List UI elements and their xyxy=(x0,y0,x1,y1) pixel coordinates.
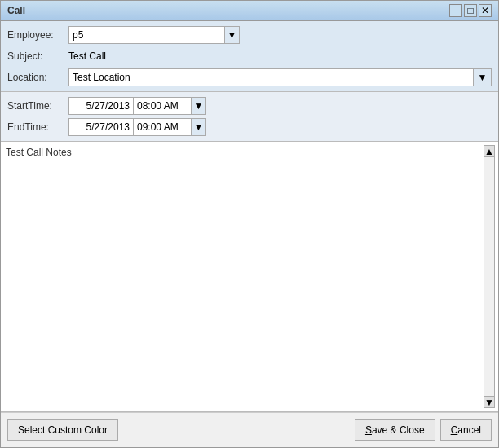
end-time-row: EndTime: ▼ xyxy=(7,118,492,136)
employee-label: Employee: xyxy=(7,29,68,41)
footer: Select Custom Color Save & Close Cancel xyxy=(1,412,498,447)
subject-label: Subject: xyxy=(7,51,68,62)
maximize-icon: □ xyxy=(467,5,473,16)
employee-dropdown-arrow[interactable]: ▼ xyxy=(224,27,239,43)
location-label: Location: xyxy=(7,72,68,83)
save-underline: S xyxy=(365,424,372,436)
scroll-up-icon: ▲ xyxy=(484,146,494,157)
notes-area: ▲ ▼ xyxy=(1,142,498,412)
scroll-down-icon: ▼ xyxy=(484,397,494,408)
cancel-label: Cancel xyxy=(451,424,481,436)
start-time-input[interactable] xyxy=(134,98,191,114)
datetime-area: StartTime: ▼ EndTime: ▼ xyxy=(1,92,498,142)
location-row: Location: ▼ xyxy=(7,68,492,86)
location-select-wrapper: ▼ xyxy=(68,68,492,86)
end-time-dropdown-arrow[interactable]: ▼ xyxy=(191,119,205,135)
end-date-input[interactable] xyxy=(68,118,134,136)
minimize-button[interactable]: ─ xyxy=(449,4,462,17)
end-time-wrapper: ▼ xyxy=(134,118,206,136)
save-close-button[interactable]: Save & Close xyxy=(355,419,435,441)
employee-select-wrapper: ▼ xyxy=(68,26,240,44)
start-date-input[interactable] xyxy=(68,97,134,115)
save-close-label: Save & Close xyxy=(365,424,425,436)
end-time-inputs: ▼ xyxy=(68,118,206,136)
scrollbar-up-button[interactable]: ▲ xyxy=(484,146,494,157)
minimize-icon: ─ xyxy=(453,5,460,16)
footer-right-buttons: Save & Close Cancel xyxy=(355,419,492,441)
location-dropdown-arrow[interactable]: ▼ xyxy=(473,69,491,86)
form-area: Employee: ▼ Subject: Location: ▼ xyxy=(1,21,498,92)
cancel-button[interactable]: Cancel xyxy=(440,419,492,441)
dropdown-arrow-icon: ▼ xyxy=(227,29,237,41)
close-button[interactable]: ✕ xyxy=(479,4,492,17)
window-title: Call xyxy=(7,5,25,16)
subject-input[interactable] xyxy=(68,47,492,65)
start-time-label: StartTime: xyxy=(7,100,68,112)
location-input[interactable] xyxy=(69,69,473,86)
cancel-underline: C xyxy=(451,424,458,436)
subject-row: Subject: xyxy=(7,47,492,65)
employee-row: Employee: ▼ xyxy=(7,26,492,44)
start-time-dropdown-arrow[interactable]: ▼ xyxy=(191,98,205,114)
title-bar-controls: ─ □ ✕ xyxy=(449,4,492,17)
window: Call ─ □ ✕ Employee: ▼ Su xyxy=(0,0,499,448)
start-time-wrapper: ▼ xyxy=(134,97,206,115)
maximize-button[interactable]: □ xyxy=(464,4,477,17)
start-time-arrow-icon: ▼ xyxy=(194,100,204,112)
employee-input[interactable] xyxy=(69,27,224,43)
title-bar: Call ─ □ ✕ xyxy=(1,1,498,21)
select-custom-color-button[interactable]: Select Custom Color xyxy=(7,419,118,441)
end-time-input[interactable] xyxy=(134,119,191,135)
start-time-row: StartTime: ▼ xyxy=(7,97,492,115)
notes-textarea[interactable] xyxy=(4,145,484,408)
end-time-label: EndTime: xyxy=(7,121,68,133)
notes-scrollbar: ▲ ▼ xyxy=(484,145,495,408)
close-icon: ✕ xyxy=(481,5,489,16)
scrollbar-down-button[interactable]: ▼ xyxy=(484,396,494,407)
end-time-arrow-icon: ▼ xyxy=(194,121,204,133)
location-arrow-icon: ▼ xyxy=(478,72,488,83)
scrollbar-track[interactable] xyxy=(484,157,494,396)
start-time-inputs: ▼ xyxy=(68,97,206,115)
